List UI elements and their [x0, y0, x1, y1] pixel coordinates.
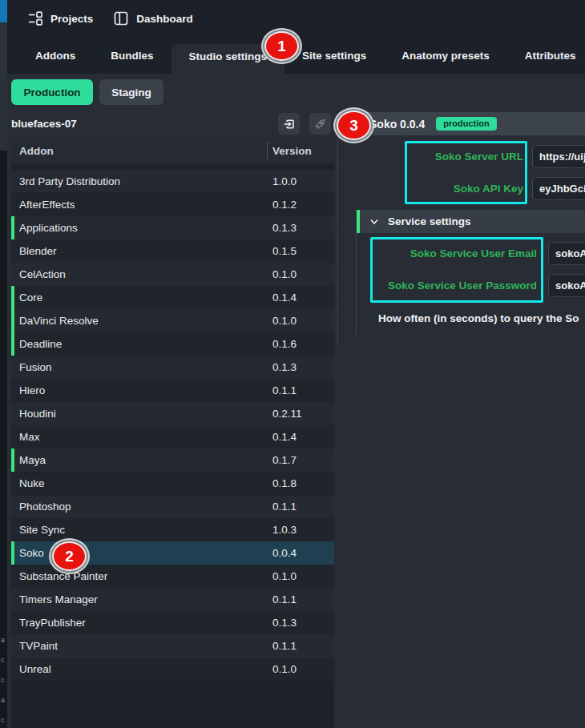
- table-row[interactable]: TVPaint 0.1.1: [11, 634, 334, 658]
- addon-name: Max: [19, 431, 40, 443]
- addon-version: 0.1.0: [272, 315, 297, 327]
- addon-version: 0.1.3: [272, 617, 297, 629]
- addon-name: 3rd Party Distribution: [19, 175, 120, 187]
- server-url-input[interactable]: [532, 145, 585, 168]
- tab-addons[interactable]: Addons: [18, 37, 93, 74]
- edge-text-fragment: c: [1, 657, 5, 664]
- top-navigation-bar: Projects Dashboard: [7, 0, 585, 37]
- table-row[interactable]: CelAction 0.1.0: [11, 263, 334, 286]
- section-label: Service settings: [388, 215, 471, 227]
- service-email-label: Soko Service User Email: [347, 242, 537, 266]
- service-password-input[interactable]: [548, 274, 585, 297]
- table-row[interactable]: 3rd Party Distribution 1.0.0: [11, 170, 334, 193]
- addon-version: 0.1.0: [272, 268, 297, 280]
- table-row[interactable]: Unreal 0.1.0: [11, 658, 334, 681]
- studio-settings-page: accac Projects Dashboard AddonsBundlesSt…: [0, 0, 585, 728]
- addon-name: Nuke: [19, 477, 45, 489]
- table-row[interactable]: Substance Painter 0.1.0: [11, 565, 334, 588]
- deploy-button[interactable]: [309, 113, 331, 135]
- table-row[interactable]: Core 0.1.4: [11, 286, 334, 309]
- table-row[interactable]: AfterEffects 0.1.2: [11, 193, 334, 216]
- table-row[interactable]: Max 0.1.4: [11, 425, 334, 448]
- addon-name: DaVinci Resolve: [19, 315, 99, 327]
- addon-name: TrayPublisher: [19, 617, 86, 629]
- addon-name: CelAction: [19, 268, 66, 280]
- bundle-name: bluefaces-07: [11, 118, 77, 130]
- addon-name: TVPaint: [19, 640, 58, 652]
- table-row[interactable]: Maya 0.1.7: [11, 448, 334, 472]
- table-row[interactable]: Fusion 0.1.3: [11, 356, 334, 379]
- tab-studio-settings[interactable]: Studio settings: [171, 44, 285, 74]
- tab-site-settings[interactable]: Site settings: [284, 37, 384, 74]
- addon-version: 0.1.4: [272, 431, 297, 443]
- table-row[interactable]: Applications 0.1.3: [11, 216, 334, 239]
- addon-version: 0.1.1: [272, 501, 297, 513]
- addon-version: 0.1.0: [272, 663, 297, 675]
- left-edge-strip: accac: [0, 0, 7, 728]
- tab-bundles[interactable]: Bundles: [93, 37, 171, 74]
- addon-version: 0.1.4: [272, 292, 297, 304]
- copy-settings-button[interactable]: [278, 113, 300, 135]
- addon-name: Substance Painter: [19, 570, 107, 582]
- addon-table: Addon Version 3rd Party Distribution 1.0…: [11, 138, 334, 728]
- addon-version: 1.0.3: [272, 524, 297, 536]
- service-email-input[interactable]: [548, 242, 585, 265]
- rocket-icon: [313, 117, 327, 131]
- tab-label: Site settings: [302, 50, 366, 62]
- nav-item-label: Dashboard: [136, 13, 193, 25]
- addon-name: AfterEffects: [19, 199, 75, 211]
- tab-attributes[interactable]: Attributes: [507, 37, 585, 74]
- chevron-down-icon: [370, 219, 378, 225]
- addon-version: 0.1.0: [272, 570, 297, 582]
- tab-bar: AddonsBundlesStudio settingsSite setting…: [7, 37, 585, 74]
- api-key-input[interactable]: [532, 177, 585, 200]
- addon-version: 0.1.8: [272, 477, 297, 489]
- table-row[interactable]: TrayPublisher 0.1.3: [11, 611, 334, 634]
- import-arrow-icon: [283, 118, 296, 131]
- addon-name: Timers Manager: [19, 593, 98, 605]
- staging-button[interactable]: Staging: [99, 79, 163, 105]
- table-row[interactable]: Soko 0.0.4: [11, 541, 334, 565]
- addon-version: 0.1.1: [272, 593, 297, 605]
- table-row[interactable]: Hiero 0.1.1: [11, 379, 334, 402]
- nav-item-dashboard[interactable]: Dashboard: [114, 11, 193, 26]
- table-row[interactable]: Deadline 0.1.6: [11, 332, 334, 356]
- service-settings-section-header[interactable]: Service settings: [357, 210, 585, 233]
- nav-item-label: Projects: [50, 13, 93, 25]
- indent-guide: [337, 136, 338, 345]
- addon-version: 0.2.11: [272, 408, 302, 420]
- production-badge: production: [436, 117, 496, 131]
- tab-label: Addons: [35, 50, 75, 62]
- addon-detail-header: Soko 0.0.4 production: [344, 112, 585, 135]
- table-row[interactable]: Nuke 0.1.8: [11, 472, 334, 495]
- addon-version: 0.1.5: [272, 245, 297, 257]
- tab-label: Anatomy presets: [401, 50, 490, 62]
- table-row[interactable]: Timers Manager 0.1.1: [11, 588, 334, 611]
- tab-label: Attributes: [525, 50, 576, 62]
- table-row[interactable]: Photoshop 0.1.1: [11, 495, 334, 518]
- table-row[interactable]: DaVinci Resolve 0.1.0: [11, 309, 334, 332]
- table-row[interactable]: Site Sync 1.0.3: [11, 518, 334, 541]
- addon-table-body: 3rd Party Distribution 1.0.0 AfterEffect…: [11, 170, 334, 681]
- addon-name: Deadline: [19, 338, 62, 350]
- column-header-addon: Addon: [11, 145, 54, 157]
- tab-anatomy-presets[interactable]: Anatomy presets: [384, 37, 507, 74]
- addon-name: Core: [19, 292, 42, 304]
- addon-version: 1.0.0: [272, 175, 297, 187]
- addon-detail-title: Soko 0.0.4: [369, 118, 425, 131]
- table-row[interactable]: Houdini 0.2.11: [11, 402, 334, 425]
- server-url-label: Soko Server URL: [347, 145, 523, 169]
- addon-name: Houdini: [19, 408, 56, 420]
- table-row[interactable]: Blender 0.1.5: [11, 239, 334, 263]
- projects-icon: [28, 11, 42, 26]
- edge-text-fragment: c: [1, 677, 5, 684]
- production-button[interactable]: Production: [11, 79, 93, 105]
- nav-item-projects[interactable]: Projects: [28, 11, 93, 26]
- addon-table-header: Addon Version: [11, 138, 334, 163]
- addon-name: Site Sync: [19, 524, 65, 536]
- addon-version: 0.1.3: [272, 361, 297, 373]
- addon-name: Unreal: [19, 663, 51, 675]
- column-header-version: Version: [272, 145, 312, 157]
- tab-label: Bundles: [111, 50, 153, 62]
- addon-name: Photoshop: [19, 501, 71, 513]
